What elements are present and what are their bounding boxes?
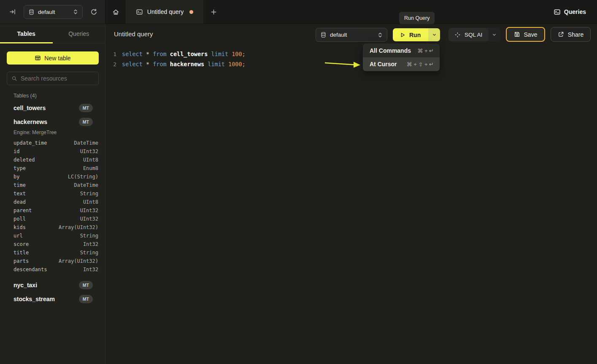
column-type: UInt32 <box>80 216 98 222</box>
menu-item-shortcut: ⌘ + ↵ <box>417 48 434 54</box>
column-type: String <box>80 233 98 239</box>
run-label: Run <box>409 32 421 38</box>
terminal-icon <box>554 8 561 16</box>
column-type: DateTime <box>74 182 98 188</box>
share-button[interactable]: Share <box>551 27 591 42</box>
topbar: default Untitled query <box>0 0 597 24</box>
table-columns: update_time DateTime id UInt32 deleted U… <box>0 139 105 278</box>
column-name: descendants <box>14 267 47 272</box>
new-table-button[interactable]: New table <box>7 51 99 65</box>
code-text: select * from hackernews limit 1000; <box>122 61 246 67</box>
tab-strip: Untitled query Queries <box>105 0 597 24</box>
tables-list: cell_towers MT hackernews MT Engine: Mer… <box>0 101 105 306</box>
queries-label: Queries <box>564 8 586 15</box>
updown-chevron-icon <box>73 9 78 15</box>
sidebar-tab-tables[interactable]: Tables <box>0 24 53 43</box>
column-row[interactable]: parent UInt32 <box>0 206 105 215</box>
query-title: Untitled query <box>114 30 153 38</box>
save-label: Save <box>524 31 538 38</box>
search-input[interactable] <box>21 75 97 82</box>
column-row[interactable]: deleted UInt8 <box>0 156 105 164</box>
refresh-icon <box>90 8 97 16</box>
column-name: dead <box>14 199 26 205</box>
line-number: 1 <box>105 51 116 57</box>
table-engine-label: Engine: MergeTree <box>0 129 105 139</box>
table-list-item[interactable]: nyc_taxi MT <box>0 278 105 292</box>
column-type: Int32 <box>83 267 98 272</box>
query-toolbar: Untitled query default Run <box>105 24 597 45</box>
save-button[interactable]: Save <box>506 27 545 42</box>
search-box <box>7 72 99 85</box>
column-row[interactable]: score Int32 <box>0 240 105 248</box>
column-type: UInt8 <box>83 199 98 205</box>
queries-button[interactable]: Queries <box>543 0 597 24</box>
share-icon <box>558 31 564 38</box>
topbar-left: default <box>0 0 105 24</box>
new-tab-button[interactable] <box>203 0 224 24</box>
column-row[interactable]: kids Array(UInt32) <box>0 223 105 232</box>
table-name: nyc_taxi <box>14 282 37 289</box>
column-name: poll <box>14 216 26 222</box>
column-row[interactable]: update_time DateTime <box>0 139 105 147</box>
sidebar-tab-queries[interactable]: Queries <box>53 24 105 43</box>
column-row[interactable]: parts Array(UInt32) <box>0 257 105 265</box>
engine-badge: MT <box>79 118 93 126</box>
run-menu-item[interactable]: At Cursor ⌘ + ⇧ + ↵ <box>363 57 440 71</box>
refresh-button[interactable] <box>89 7 99 17</box>
engine-badge: MT <box>79 295 93 303</box>
column-row[interactable]: id UInt32 <box>0 147 105 156</box>
tables-section-label: Tables (4) <box>14 93 37 99</box>
run-options-menu: All Commands ⌘ + ↵ At Cursor ⌘ + ⇧ + ↵ <box>363 43 440 71</box>
column-name: parent <box>14 208 32 213</box>
database-icon <box>28 9 35 15</box>
engine-badge: MT <box>79 104 93 112</box>
column-row[interactable]: dead UInt8 <box>0 198 105 206</box>
run-menu-item[interactable]: All Commands ⌘ + ↵ <box>363 44 440 57</box>
sql-ai-label: SQL AI <box>465 32 482 38</box>
unsaved-changes-dot <box>189 10 193 14</box>
menu-item-label: All Commands <box>370 47 411 54</box>
run-query-tooltip: Run Query <box>399 12 435 24</box>
tab-label: Untitled query <box>147 8 184 15</box>
topbar-database-selector[interactable]: default <box>24 5 83 19</box>
engine-badge: MT <box>79 281 93 289</box>
topbar-spacer <box>224 0 543 24</box>
save-icon <box>514 31 520 38</box>
column-type: DateTime <box>74 140 98 146</box>
column-name: kids <box>14 224 26 230</box>
table-list-item[interactable]: hackernews MT <box>0 115 105 129</box>
column-row[interactable]: by LC(String) <box>0 173 105 181</box>
column-row[interactable]: type Enum8 <box>0 164 105 173</box>
column-row[interactable]: title String <box>0 248 105 257</box>
collapse-sidebar-button[interactable] <box>8 7 18 17</box>
toolbar-database-selector[interactable]: default <box>316 28 387 42</box>
code-line[interactable]: 1 select * from cell_towers limit 100; <box>105 49 597 59</box>
column-row[interactable]: url String <box>0 232 105 240</box>
sql-ai-options-button[interactable] <box>488 28 500 41</box>
sidebar-tabs: Tables Queries <box>0 24 105 43</box>
column-type: UInt32 <box>80 208 98 213</box>
plus-icon <box>211 9 217 15</box>
column-name: url <box>14 233 23 239</box>
column-row[interactable]: descendants Int32 <box>0 265 105 274</box>
sql-editor[interactable]: 1 select * from cell_towers limit 100; 2… <box>105 45 597 364</box>
sql-ai-button[interactable]: SQL AI <box>448 28 488 41</box>
collapse-sidebar-icon <box>9 8 16 15</box>
column-row[interactable]: time DateTime <box>0 181 105 189</box>
column-row[interactable]: poll UInt32 <box>0 215 105 223</box>
table-list-item[interactable]: cell_towers MT <box>0 101 105 115</box>
column-type: UInt32 <box>80 148 98 154</box>
run-options-button[interactable] <box>428 28 440 41</box>
home-tab[interactable] <box>105 0 126 24</box>
run-button[interactable]: Run <box>393 28 428 41</box>
column-row[interactable]: text String <box>0 189 105 198</box>
table-icon <box>35 55 41 61</box>
sparkle-icon <box>454 32 461 38</box>
table-name: hackernews <box>14 119 47 125</box>
table-list-item[interactable]: stocks_stream MT <box>0 292 105 306</box>
column-type: Array(UInt32) <box>59 258 98 264</box>
home-icon <box>112 8 119 16</box>
chevron-down-icon <box>492 32 497 37</box>
tab-untitled-query[interactable]: Untitled query <box>126 0 203 24</box>
column-name: by <box>14 174 19 180</box>
